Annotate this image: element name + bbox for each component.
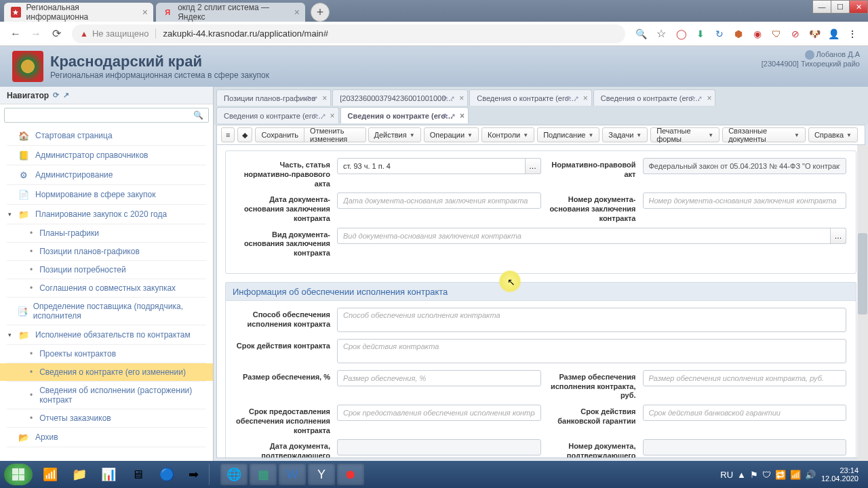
size-rub-input[interactable] (643, 370, 847, 386)
tree-subitem[interactable]: Проекты контрактов (0, 345, 213, 363)
conf-num-input[interactable] (643, 439, 847, 455)
browser-tab-0[interactable]: ★ Региональная информационна × (4, 3, 153, 22)
close-icon[interactable]: × (142, 7, 148, 18)
navigator-search[interactable] (4, 108, 209, 123)
taskbar-yandex[interactable]: Y (308, 464, 335, 485)
tree-item[interactable]: 📒Администратор справочников (0, 146, 213, 165)
menu-button[interactable]: ≡ (221, 127, 235, 142)
article-input[interactable] (337, 158, 541, 174)
save-button[interactable]: Сохранить (255, 127, 304, 142)
ext-icon[interactable]: ⊘ (789, 28, 802, 40)
new-tab-button[interactable]: + (311, 3, 330, 22)
size-pct-input[interactable] (337, 370, 541, 386)
reload-button[interactable]: ⟳ (47, 25, 65, 43)
taskbar-item[interactable]: ➡ (182, 464, 210, 485)
tree-subitem[interactable]: Позиции планов-графиков (0, 243, 213, 260)
tray-network-icon[interactable]: 📶 (790, 470, 801, 480)
tree-item[interactable]: 📑Определение поставщика (подрядчика, исп… (0, 298, 213, 325)
close-icon[interactable]: × (707, 94, 711, 103)
bookmark-icon[interactable]: ☆ (652, 25, 670, 43)
tree-item[interactable]: ⚙Администрирование (0, 165, 213, 184)
taskbar-item[interactable]: 📊 (95, 464, 122, 485)
taskbar-excel[interactable]: ▦ (250, 464, 277, 485)
linked-button[interactable]: Связанные документы▼ (722, 127, 806, 142)
tree-item[interactable]: ▾📁Планирование закупок с 2020 года (0, 205, 213, 224)
search-icon[interactable]: 🔍 (193, 110, 203, 120)
tree-item[interactable]: 🏠Стартовая страница (0, 126, 213, 145)
content-tab[interactable]: Сведения о контракте (его…⟳ ↗× (340, 107, 469, 123)
taskbar-item[interactable]: 📁 (66, 464, 93, 485)
scrollbar-thumb[interactable] (858, 233, 867, 314)
tasks-button[interactable]: Задачи▼ (602, 127, 648, 142)
ext-icon[interactable]: ⬢ (732, 28, 745, 40)
tray-icon[interactable]: ⚑ (750, 470, 758, 480)
tree-item[interactable]: 📂Архив (0, 428, 213, 447)
sec-method-input[interactable] (337, 308, 846, 332)
tree-subitem[interactable]: Позиции потребностей (0, 261, 213, 279)
content-tab[interactable]: Сведения о контракте (его…⟳ ↗× (216, 107, 339, 123)
operations-button[interactable]: Операции▼ (424, 127, 479, 142)
taskbar-word[interactable]: W (279, 464, 306, 485)
tree-subitem[interactable]: Сведения об исполнении (расторжении) кон… (0, 382, 213, 409)
window-maximize[interactable]: ☐ (831, 0, 850, 14)
browser-tab-1[interactable]: Я окпд 2 сплит система — Яндекс × (156, 3, 305, 22)
start-button[interactable] (4, 464, 33, 485)
window-close[interactable]: ✕ (849, 0, 868, 14)
back-button[interactable]: ← (7, 25, 24, 43)
forward-button[interactable]: → (27, 25, 45, 43)
cancel-button[interactable]: Отменить изменения (304, 127, 366, 142)
tree-subitem[interactable]: Соглашения о совместных закупках (0, 279, 213, 297)
tray-icon[interactable]: ▲ (737, 470, 746, 480)
expand-icon[interactable]: ↗ (63, 91, 69, 100)
content-tab[interactable]: Сведения о контракте (его…⟳ ↗× (469, 89, 592, 106)
refresh-icon[interactable]: ⟳ (53, 91, 59, 100)
content-tab[interactable]: Сведения о контракте (его…⟳ ↗× (593, 89, 716, 106)
taskbar-record[interactable]: ⏺ (337, 464, 364, 485)
window-minimize[interactable]: — (812, 0, 831, 14)
content-tab[interactable]: [2032360003794236001001000…⟳ ↗× (332, 89, 468, 106)
lookup-button[interactable]: … (525, 158, 541, 174)
ext-icon[interactable]: 👤 (827, 28, 840, 40)
content-tab[interactable]: Позиции планов-графиков⟳ ↗× (216, 89, 331, 106)
signing-button[interactable]: Подписание▼ (537, 127, 599, 142)
print-button[interactable]: Печатные формы▼ (650, 127, 719, 142)
search-in-page-icon[interactable]: 🔍 (632, 25, 650, 43)
filter-button[interactable]: ◆ (237, 127, 252, 142)
ext-icon[interactable]: ◉ (751, 28, 764, 40)
close-icon[interactable]: × (583, 94, 588, 103)
tray-icon[interactable]: 🔁 (775, 470, 786, 480)
close-icon[interactable]: × (460, 111, 465, 121)
conf-date-input[interactable] (337, 439, 541, 455)
tree-item[interactable]: ▾📁Исполнение обязательств по контрактам (0, 325, 213, 344)
close-icon[interactable]: × (294, 7, 300, 18)
tray-icon[interactable]: 🛡 (762, 470, 771, 480)
controls-button[interactable]: Контроли▼ (481, 127, 534, 142)
tree-subitem[interactable]: Сведения о контракте (его изменении) (0, 363, 213, 381)
tray-lang[interactable]: RU (720, 470, 733, 480)
user-block[interactable]: Лобанов Д.А [23044900] Тихорецкий райо (762, 50, 860, 68)
taskbar-chrome[interactable]: 🌐 (220, 464, 248, 485)
scrollbar[interactable] (857, 145, 868, 461)
close-icon[interactable]: × (322, 94, 327, 103)
url-input[interactable]: ▲ Не защищено zakupki-44.krasnodar.ru/ap… (72, 24, 625, 43)
ext-icon[interactable]: ◯ (675, 28, 688, 40)
tree-subitem[interactable]: Отчеты заказчиков (0, 409, 213, 427)
tray-sound-icon[interactable]: 🔊 (805, 470, 816, 480)
doc-num-input[interactable] (643, 192, 847, 209)
ext-icon[interactable]: ⬇ (694, 28, 707, 40)
taskbar-item[interactable]: 📶 (37, 464, 64, 485)
actions-button[interactable]: Действия▼ (368, 127, 421, 142)
tree-item[interactable]: 📄Нормирование в сфере закупок (0, 185, 213, 204)
doc-date-input[interactable] (337, 192, 541, 209)
taskbar-item[interactable]: 🔵 (153, 464, 180, 485)
menu-icon[interactable]: ⋮ (846, 28, 859, 40)
bank-term-input[interactable] (643, 405, 847, 421)
taskbar-item[interactable]: 🖥 (124, 464, 151, 485)
doc-type-input[interactable] (337, 228, 846, 244)
help-button[interactable]: Справка▼ (808, 127, 858, 142)
close-icon[interactable]: × (330, 111, 335, 121)
close-icon[interactable]: × (459, 94, 464, 103)
tray-clock[interactable]: 23:14 12.04.2020 (821, 466, 859, 483)
term-input[interactable] (337, 339, 846, 363)
ext-icon[interactable]: 🛡 (770, 28, 783, 40)
